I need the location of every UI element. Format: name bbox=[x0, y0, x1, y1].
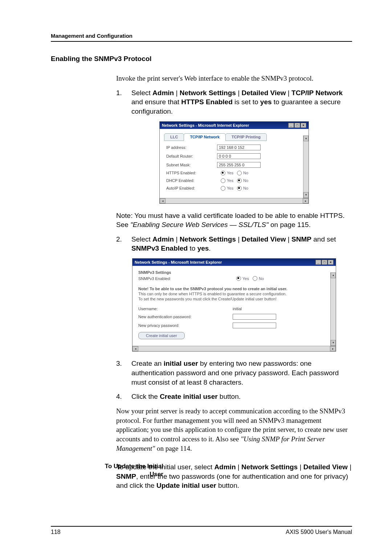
dhcp-no-radio[interactable] bbox=[237, 178, 242, 183]
window-buttons: _□× bbox=[288, 123, 306, 128]
step-3-text: Create an initial user by entering two n… bbox=[131, 359, 352, 387]
step-2-num: 2. bbox=[116, 235, 125, 253]
step-1-text: Select Admin | Network Settings | Detail… bbox=[131, 88, 352, 116]
privacy-password-input[interactable] bbox=[233, 323, 276, 328]
maximize-icon[interactable]: □ bbox=[294, 123, 300, 128]
horizontal-scrollbar[interactable]: ◂▸ bbox=[132, 346, 336, 351]
step-4-text: Click the Create initial user button. bbox=[131, 392, 241, 401]
https-yes-radio[interactable] bbox=[221, 171, 225, 175]
snmpv3-settings-heading: SNMPv3 Settings bbox=[138, 270, 330, 275]
page-number: 118 bbox=[51, 529, 61, 535]
maximize-icon[interactable]: □ bbox=[322, 260, 327, 265]
window-titlebar: Network Settings - Microsoft Internet Ex… bbox=[160, 122, 309, 129]
running-head: Management and Configuration bbox=[51, 33, 352, 42]
auth-password-label: New authentication password: bbox=[138, 315, 233, 319]
subnet-mask-label: Subnet Mask: bbox=[166, 163, 217, 167]
window-title: Network Settings - Microsoft Internet Ex… bbox=[162, 123, 249, 127]
window-buttons: _□× bbox=[315, 260, 334, 265]
step-4-num: 4. bbox=[116, 392, 125, 401]
doc-title: AXIS 5900 User's Manual bbox=[286, 529, 352, 535]
step-1-num: 1. bbox=[116, 88, 125, 116]
close-icon[interactable]: × bbox=[301, 123, 306, 128]
dhcp-enabled-label: DHCP Enabled: bbox=[166, 178, 217, 183]
ready-para: Now your print server is ready to accept… bbox=[116, 406, 352, 453]
tab-tcpip-printing[interactable]: TCP/IP Printing bbox=[225, 133, 267, 141]
create-initial-user-button[interactable]: Create initial user bbox=[138, 332, 185, 339]
note-https-cert: Note: You must have a valid certificate … bbox=[116, 211, 352, 230]
username-value: initial bbox=[233, 307, 242, 311]
window-titlebar: Network Settings - Microsoft Internet Ex… bbox=[132, 259, 336, 266]
step-2: 2. Select Admin | Network Settings | Det… bbox=[116, 235, 352, 253]
dhcp-yes-radio[interactable] bbox=[221, 178, 225, 183]
privacy-password-label: New privacy password: bbox=[138, 323, 233, 328]
horizontal-scrollbar[interactable]: ◂▸ bbox=[160, 198, 309, 203]
ip-address-input[interactable] bbox=[217, 145, 261, 150]
step-3: 3. Create an initial user by entering tw… bbox=[116, 359, 352, 387]
tab-llc[interactable]: LLC bbox=[164, 133, 184, 141]
screenshot-snmpv3-settings: Network Settings - Microsoft Internet Ex… bbox=[132, 258, 336, 352]
default-router-label: Default Router: bbox=[166, 154, 217, 158]
intro-para: Invoke the print server's Web interface … bbox=[116, 74, 352, 83]
window-title: Network Settings - Microsoft Internet Ex… bbox=[135, 260, 222, 264]
ip-address-label: IP address: bbox=[166, 145, 217, 150]
default-router-input[interactable] bbox=[217, 153, 261, 159]
auth-password-input[interactable] bbox=[233, 314, 276, 320]
snmpv3-enabled-label: SNMPv3 Enabled: bbox=[138, 276, 233, 281]
vertical-scrollbar[interactable]: ▴▾ bbox=[303, 135, 309, 198]
autoip-yes-radio[interactable] bbox=[221, 186, 225, 191]
step-4: 4. Click the Create initial user button. bbox=[116, 392, 352, 401]
autoip-enabled-label: AutoIP Enabled: bbox=[166, 186, 217, 190]
subnet-mask-input[interactable] bbox=[217, 162, 261, 168]
snmpv3-yes-radio[interactable] bbox=[236, 276, 241, 281]
minimize-icon[interactable]: _ bbox=[288, 123, 294, 128]
minimize-icon[interactable]: _ bbox=[315, 260, 321, 265]
autoip-no-radio[interactable] bbox=[237, 186, 242, 191]
step-3-num: 3. bbox=[116, 359, 125, 387]
tab-tcpip-network[interactable]: TCP/IP Network bbox=[184, 133, 226, 141]
close-icon[interactable]: × bbox=[328, 260, 334, 265]
step-1: 1. Select Admin | Network Settings | Det… bbox=[116, 88, 352, 116]
side-heading-update-user: To Update the Initial User bbox=[102, 462, 163, 478]
step-2-text: Select Admin | Network Settings | Detail… bbox=[131, 235, 352, 253]
snmpv3-note: Note! To be able to use the SNMPv3 proto… bbox=[138, 287, 330, 301]
screenshot-tcpip-settings: Network Settings - Microsoft Internet Ex… bbox=[159, 121, 309, 204]
username-label: Username: bbox=[138, 307, 233, 311]
snmpv3-no-radio[interactable] bbox=[253, 276, 257, 281]
page-footer: 118 AXIS 5900 User's Manual bbox=[51, 526, 352, 535]
tab-bar: LLCTCP/IP NetworkTCP/IP Printing bbox=[160, 129, 309, 143]
https-no-radio[interactable] bbox=[237, 171, 242, 175]
section-heading: Enabling the SNMPv3 Protocol bbox=[51, 55, 352, 63]
https-enabled-label: HTTPS Enabled: bbox=[166, 171, 217, 175]
